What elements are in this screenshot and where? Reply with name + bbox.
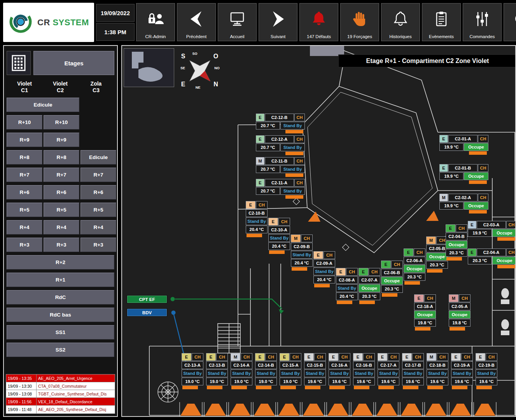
- door-fan: [303, 404, 324, 416]
- room-status: Occupe: [464, 143, 488, 151]
- room-widget-C2-15-A[interactable]: ECHC2-15-AStand By19.0 °C: [280, 353, 301, 389]
- heating-label: CH: [478, 164, 488, 172]
- room-status: Stand By: [313, 268, 335, 275]
- bdv-marker[interactable]: BDV: [127, 308, 167, 317]
- toolbar-button-historiques[interactable]: Historiques: [381, 3, 420, 41]
- alarm-row[interactable]: 19/09 - 13:08TGBT_Cuisine_Synthese_Defau…: [6, 390, 115, 398]
- toolbar-button-commandes[interactable]: Commandes: [463, 3, 502, 41]
- mode-badge: E: [255, 353, 265, 361]
- heating-label: CH: [346, 268, 358, 276]
- room-widget-C2-09-B[interactable]: MCHC2-09-BStand By20.4 °C: [291, 234, 313, 271]
- room-widget-C2-01-A[interactable]: EC2-01-ACH19.9 °COccupe: [439, 135, 488, 155]
- room-widget-C2-04-A[interactable]: EC2-04-ACH20.3 °COccupe: [468, 248, 516, 268]
- heating-label: CH: [478, 135, 488, 143]
- room-widget-C2-19-B[interactable]: ECHC2-19-BStand By19.6 °C: [476, 353, 497, 389]
- floor-button-r-4-c2[interactable]: R+4: [44, 220, 79, 234]
- room-id: C2-07-A: [359, 276, 380, 284]
- room-widget-C2-05-B[interactable]: MCHC2-05-BOccupe20.3 °C: [426, 236, 448, 273]
- alarm-row[interactable]: 19/09 - 11:56VEX_18_Defaut_Discordance: [6, 398, 115, 406]
- room-widget-C2-10-A[interactable]: ECHC2-10-AStand By20.4 °C: [268, 218, 290, 254]
- room-widget-C2-01-B[interactable]: EC2-01-BCH19.9 °COccupe: [439, 164, 488, 184]
- floor-minimap[interactable]: [124, 48, 174, 87]
- room-widget-C2-18-A[interactable]: ECHC2-18-AOccupe19.8 °C: [414, 294, 436, 331]
- room-widget-C2-04-B[interactable]: ECHC2-04-BOccupe20.3 °C: [446, 224, 467, 261]
- room-status: Stand By: [451, 369, 473, 377]
- room-widget-C2-12-A[interactable]: EC2-12-ACH20.7 °CStand By: [256, 135, 305, 155]
- compass-o: O: [213, 53, 218, 60]
- alarm-row[interactable]: 19/09 - 13:30CTA_07a08_Commutateur: [6, 382, 115, 390]
- floor-button-r-5-c1[interactable]: R+5: [7, 203, 42, 217]
- floor-button-r-7-c1[interactable]: R+7: [7, 168, 42, 182]
- alarm-row[interactable]: 19/09 - 13:35AE_AEO_205_Arret_Urgence: [6, 374, 115, 382]
- floor-button-r-10-c2[interactable]: R+10: [44, 115, 79, 130]
- room-widget-C2-06-A[interactable]: ECHC2-06-AOccupe20.3 °C: [404, 248, 425, 285]
- toolbar-button-arch[interactable]: Arch: [504, 3, 516, 41]
- room-widget-C2-05-A[interactable]: MCHC2-05-AOccupe19.8 °C: [449, 294, 471, 331]
- floor-button-r-9-c2[interactable]: R+9: [44, 133, 79, 147]
- toolbar-button-accueil[interactable]: Accueil: [218, 3, 257, 41]
- floor-button-r-3-c2[interactable]: R+3: [44, 238, 79, 252]
- room-widget-C2-02-A[interactable]: MC2-02-ACH19.9 °COccupe: [439, 194, 488, 214]
- floor-button-r-9-c1[interactable]: R+9: [7, 133, 42, 147]
- room-widget-C2-12-B[interactable]: EC2-12-BCH20.7 °CStand By: [256, 114, 305, 133]
- floor-button-r-4-c1[interactable]: R+4: [7, 220, 42, 234]
- floor-button-r-10-c1[interactable]: R+10: [7, 115, 42, 130]
- floor-button-ss1[interactable]: SS1: [7, 325, 114, 340]
- room-id: C2-04-B: [446, 233, 467, 240]
- floor-button-rdc[interactable]: RdC: [7, 290, 114, 304]
- toolbar-button-cr-admin[interactable]: CR-Admin: [136, 3, 175, 41]
- room-widget-C2-13-A[interactable]: ECHC2-13-AStand By19.0 °C: [182, 353, 203, 389]
- floor-button-r-1[interactable]: R+1: [7, 273, 114, 287]
- floor-button-r-3-c1[interactable]: R+3: [7, 238, 42, 252]
- room-widget-C2-09-A[interactable]: ECHC2-09-AStand By20.4 °C: [313, 251, 335, 287]
- room-widget-C2-16-B[interactable]: ECHC2-16-BStand By19.6 °C: [353, 353, 375, 389]
- room-id: C2-16-B: [353, 361, 375, 369]
- room-id: C2-10-A: [268, 226, 290, 234]
- toolbar-button-147-d-fauts[interactable]: 147 Défauts: [299, 3, 338, 41]
- floor-button-r-5-c3[interactable]: R+5: [80, 203, 116, 217]
- mode-badge: M: [426, 236, 436, 244]
- toolbar-button-suivant[interactable]: Suivant: [259, 3, 297, 41]
- room-widget-C2-08-A[interactable]: ECHC2-08-AStand By20.4 °C: [336, 268, 358, 304]
- floor-button-r-6-c1[interactable]: R+6: [7, 185, 42, 200]
- cpt-ef-marker[interactable]: CPT EF: [127, 295, 167, 303]
- floor-button-r-6-c2[interactable]: R+6: [44, 185, 79, 200]
- floor-button-edicule-top[interactable]: Edicule: [7, 98, 79, 112]
- alarm-row[interactable]: 19/09 - 11:48AE_AEO_205_Synthese_Defaut_…: [6, 406, 115, 413]
- floor-button-r-7-c2[interactable]: R+7: [44, 168, 79, 182]
- floor-buttons: EdiculeR+10R+10R+9R+9R+8R+8EdiculeR+7R+7…: [4, 95, 117, 357]
- room-widget-C2-11-A[interactable]: EC2-11-ACH20.7 °CStand By: [256, 179, 305, 199]
- room-widget-C2-07-A[interactable]: ECHC2-07-AOccupe20.3 °C: [359, 268, 380, 304]
- floor-button-r-8-c2[interactable]: R+8: [44, 150, 79, 164]
- floor-button-ss2[interactable]: SS2: [7, 343, 114, 357]
- floor-button-r-4-c3[interactable]: R+4: [80, 220, 116, 234]
- room-widget-C2-15-B[interactable]: ECHC2-15-BStand By19.6 °C: [304, 353, 326, 389]
- room-widget-C2-11-B[interactable]: MC2-11-BCH20.7 °CStand By: [256, 157, 305, 177]
- room-status: Stand By: [402, 369, 424, 377]
- setpoint-bar: [452, 386, 467, 389]
- floor-button-r-3-c3[interactable]: R+3: [80, 238, 116, 252]
- room-widget-C2-18-B[interactable]: MCHC2-18-BStand By19.6 °C: [427, 353, 448, 389]
- toolbar-button-pr-c-dent[interactable]: Précédent: [177, 3, 216, 41]
- floor-button-r-5-c2[interactable]: R+5: [44, 203, 79, 217]
- floor-button-r-8-c1[interactable]: R+8: [7, 150, 42, 164]
- room-widget-C2-13-B[interactable]: ECHC2-13-BStand By19.0 °C: [206, 353, 228, 389]
- floor-button-r-2[interactable]: R+2: [7, 255, 114, 270]
- toolbar-button-19-for-ages[interactable]: 19 Forçages: [340, 3, 379, 41]
- room-widget-C2-16-A[interactable]: ECHC2-16-AStand By19.6 °C: [329, 353, 350, 389]
- floor-button-rdc-bas[interactable]: RdC bas: [7, 308, 114, 322]
- room-widget-C2-10-B[interactable]: ECHC2-10-BStand By20.4 °C: [246, 201, 268, 237]
- toolbar-button-ev-nements[interactable]: Evènements: [422, 3, 461, 41]
- room-widget-C2-06-B[interactable]: ECHC2-06-BOccupe20.3 °C: [381, 261, 403, 297]
- setpoint-bar: [450, 327, 465, 331]
- room-id: C2-16-A: [329, 361, 350, 369]
- floor-button-edicule-c3[interactable]: Edicule: [80, 150, 116, 164]
- floor-button-r-6-c3[interactable]: R+6: [80, 185, 116, 200]
- room-widget-C2-14-A[interactable]: MCHC2-14-AStand By19.0 °C: [231, 353, 252, 389]
- room-widget-C2-03-A[interactable]: EC2-03-ACH19.9 °COccupe: [468, 221, 516, 241]
- room-widget-C2-17-B[interactable]: ECHC2-17-BStand By19.6 °C: [402, 353, 424, 389]
- room-widget-C2-19-A[interactable]: ECHC2-19-AStand By19.6 °C: [451, 353, 473, 389]
- floor-button-r-7-c3[interactable]: R+7: [80, 168, 116, 182]
- room-widget-C2-17-A[interactable]: ECHC2-17-AStand By19.6 °C: [378, 353, 399, 389]
- room-widget-C2-14-B[interactable]: ECHC2-14-BStand By19.0 °C: [255, 353, 277, 389]
